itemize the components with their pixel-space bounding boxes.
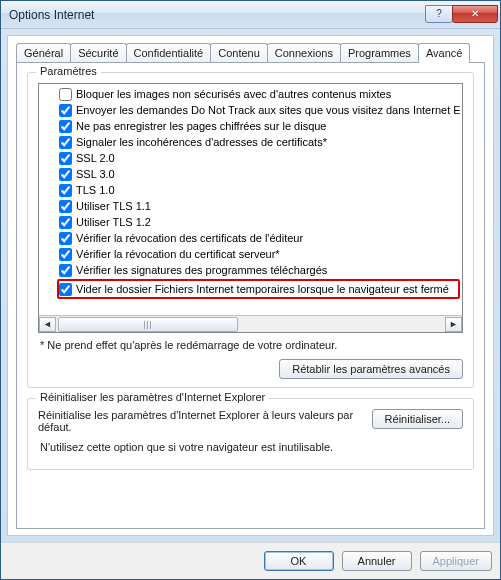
setting-item[interactable]: Signaler les incohérences d'adresses de … <box>59 134 462 150</box>
setting-checkbox[interactable] <box>59 136 72 149</box>
setting-checkbox[interactable] <box>59 264 72 277</box>
setting-item[interactable]: SSL 3.0 <box>59 166 462 182</box>
setting-item[interactable]: Utiliser TLS 1.1 <box>59 198 462 214</box>
setting-item[interactable]: Vérifier la révocation des certificats d… <box>59 230 462 246</box>
reset-group-title: Réinitialiser les paramètres d'Internet … <box>36 391 269 403</box>
reset-description: Réinitialise les paramètres d'Internet E… <box>38 409 362 433</box>
setting-item[interactable]: SSL 2.0 <box>59 150 462 166</box>
setting-label: Bloquer les images non sécurisés avec d'… <box>76 88 391 100</box>
reset-group: Réinitialiser les paramètres d'Internet … <box>27 398 474 470</box>
setting-checkbox[interactable] <box>59 168 72 181</box>
setting-label: Envoyer les demandes Do Not Track aux si… <box>76 104 461 116</box>
help-icon: ? <box>436 8 442 19</box>
setting-checkbox[interactable] <box>59 216 72 229</box>
setting-checkbox[interactable] <box>59 88 72 101</box>
apply-button[interactable]: Appliquer <box>420 551 492 571</box>
tab-content[interactable]: Contenu <box>210 43 268 62</box>
scroll-track[interactable] <box>56 317 445 332</box>
tab-security[interactable]: Sécurité <box>70 43 126 62</box>
titlebar[interactable]: Options Internet ? ✕ <box>1 1 500 29</box>
setting-item[interactable]: Vider le dossier Fichiers Internet tempo… <box>57 279 460 299</box>
tab-advanced[interactable]: Avancé <box>418 43 471 63</box>
setting-label: Vérifier les signatures des programmes t… <box>76 264 327 276</box>
setting-checkbox[interactable] <box>59 104 72 117</box>
scroll-thumb[interactable] <box>58 317 238 332</box>
setting-checkbox[interactable] <box>59 120 72 133</box>
client-area: Général Sécurité Confidentialité Contenu… <box>7 35 494 536</box>
setting-checkbox[interactable] <box>59 248 72 261</box>
restore-defaults-button[interactable]: Rétablir les paramètres avancés <box>279 359 463 379</box>
setting-label: Utiliser TLS 1.1 <box>76 200 151 212</box>
setting-checkbox[interactable] <box>59 152 72 165</box>
setting-checkbox[interactable] <box>59 200 72 213</box>
tab-privacy[interactable]: Confidentialité <box>126 43 212 62</box>
setting-item[interactable]: Vérifier la révocation du certificat ser… <box>59 246 462 262</box>
settings-group: Paramètres Bloquer les images non sécuri… <box>27 72 474 388</box>
restart-note: * Ne prend effet qu'après le redémarrage… <box>40 339 463 351</box>
tab-general[interactable]: Général <box>16 43 71 62</box>
tabstrip: Général Sécurité Confidentialité Contenu… <box>16 43 485 63</box>
setting-label: Ne pas enregistrer les pages chiffrées s… <box>76 120 327 132</box>
settings-group-title: Paramètres <box>36 65 101 77</box>
setting-label: SSL 3.0 <box>76 168 115 180</box>
setting-checkbox[interactable] <box>59 232 72 245</box>
settings-list[interactable]: Bloquer les images non sécurisés avec d'… <box>38 83 463 333</box>
horizontal-scrollbar[interactable]: ◄ ► <box>39 315 462 332</box>
setting-item[interactable]: Ne pas enregistrer les pages chiffrées s… <box>59 118 462 134</box>
tab-connections[interactable]: Connexions <box>267 43 341 62</box>
tab-body: Paramètres Bloquer les images non sécuri… <box>16 62 485 529</box>
scroll-left-arrow[interactable]: ◄ <box>39 317 56 332</box>
reset-button[interactable]: Réinitialiser... <box>372 409 463 429</box>
setting-label: Vider le dossier Fichiers Internet tempo… <box>76 283 449 295</box>
cancel-button[interactable]: Annuler <box>342 551 412 571</box>
setting-label: Vérifier la révocation des certificats d… <box>76 232 303 244</box>
setting-item[interactable]: Vérifier les signatures des programmes t… <box>59 262 462 278</box>
setting-item[interactable]: TLS 1.0 <box>59 182 462 198</box>
setting-item[interactable]: Bloquer les images non sécurisés avec d'… <box>59 86 462 102</box>
setting-checkbox[interactable] <box>59 184 72 197</box>
setting-label: TLS 1.0 <box>76 184 115 196</box>
reset-warning: N'utilisez cette option que si votre nav… <box>40 441 463 453</box>
setting-label: Vérifier la révocation du certificat ser… <box>76 248 280 260</box>
setting-item[interactable]: Utiliser TLS 1.2 <box>59 214 462 230</box>
close-icon: ✕ <box>471 8 479 19</box>
window-controls: ? ✕ <box>426 5 498 23</box>
scroll-right-arrow[interactable]: ► <box>445 317 462 332</box>
options-window: Options Internet ? ✕ Général Sécurité Co… <box>0 0 501 580</box>
help-button[interactable]: ? <box>425 5 453 23</box>
setting-label: Signaler les incohérences d'adresses de … <box>76 136 327 148</box>
setting-label: SSL 2.0 <box>76 152 115 164</box>
dialog-footer: OK Annuler Appliquer <box>1 542 500 579</box>
setting-item[interactable]: Envoyer les demandes Do Not Track aux si… <box>59 102 462 118</box>
window-title: Options Internet <box>9 8 426 22</box>
tab-programs[interactable]: Programmes <box>340 43 419 62</box>
ok-button[interactable]: OK <box>264 551 334 571</box>
close-button[interactable]: ✕ <box>452 5 498 23</box>
setting-label: Utiliser TLS 1.2 <box>76 216 151 228</box>
setting-checkbox[interactable] <box>59 283 72 296</box>
